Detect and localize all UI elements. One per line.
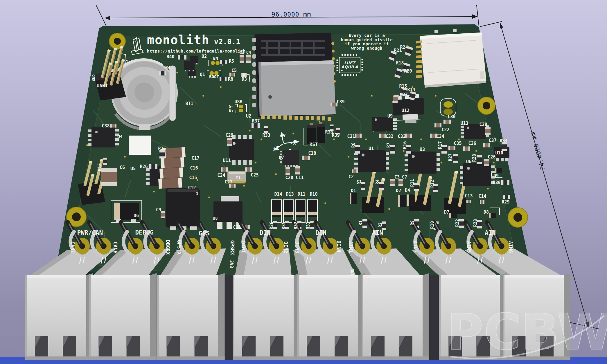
connector-housing xyxy=(233,273,300,360)
component-r xyxy=(361,182,365,190)
silkscreen-quote: Every car is a human-guided missile if y… xyxy=(341,33,393,50)
component-r xyxy=(159,150,165,158)
component-c xyxy=(379,134,386,138)
component-c xyxy=(485,127,491,135)
component-r xyxy=(362,219,367,228)
component-r xyxy=(220,60,227,64)
component-c xyxy=(430,134,437,138)
connector-housing xyxy=(439,273,507,360)
component-c xyxy=(285,167,290,175)
component-r xyxy=(252,123,260,128)
component-v xyxy=(272,200,281,217)
title-block: monolith v2.0.1 https://github.com/lufta… xyxy=(147,34,245,53)
component-c xyxy=(331,103,337,107)
connector-housing xyxy=(89,273,157,360)
component-r xyxy=(477,155,482,164)
esp32-module xyxy=(252,33,336,121)
diode-d6 xyxy=(114,203,139,222)
component-v xyxy=(296,200,305,217)
sd-card-socket xyxy=(416,29,486,88)
component-d xyxy=(350,193,357,204)
connector-housing xyxy=(25,273,93,360)
component-c xyxy=(443,120,451,124)
bottom-connectors xyxy=(25,222,570,360)
connector-housing xyxy=(503,273,570,360)
gold-pad xyxy=(443,109,453,115)
ic-u6 xyxy=(460,163,495,186)
component-d xyxy=(407,194,415,206)
component-c xyxy=(110,124,116,128)
quote-line: human-guided missile xyxy=(341,38,393,42)
component-d xyxy=(398,195,406,207)
mounting-hole xyxy=(478,97,495,114)
component-r xyxy=(414,183,419,191)
component-r xyxy=(178,55,186,60)
component-r xyxy=(379,182,384,190)
component-r xyxy=(149,164,157,169)
component-r xyxy=(477,220,482,228)
board-title: monolith xyxy=(147,34,209,46)
ic-u9 xyxy=(372,117,397,131)
component-r xyxy=(501,180,509,185)
component-c xyxy=(480,200,484,204)
component-c xyxy=(227,138,232,146)
component-L xyxy=(241,73,247,77)
component-c xyxy=(483,143,490,147)
component-d xyxy=(449,213,457,218)
component-d xyxy=(489,213,496,218)
gold-pad xyxy=(443,101,453,108)
component-c xyxy=(484,159,489,166)
component-c xyxy=(398,179,403,186)
component-c xyxy=(302,156,310,160)
ic-u13 xyxy=(461,124,489,139)
component-r xyxy=(330,125,334,131)
connector-housing xyxy=(362,273,429,360)
component-c xyxy=(229,73,235,77)
component-r xyxy=(220,77,227,81)
component-r xyxy=(285,221,289,229)
component-c xyxy=(246,55,251,63)
chip-art-line1: LUFT xyxy=(341,61,358,65)
component-r xyxy=(441,145,447,154)
component-r xyxy=(103,158,107,165)
board-version: v2.0.1 xyxy=(214,37,240,46)
component-c xyxy=(352,170,358,173)
component-c xyxy=(448,146,455,150)
component-r xyxy=(310,221,314,229)
component-c xyxy=(221,167,228,172)
connector-housing xyxy=(297,273,365,360)
mounting-hole xyxy=(508,208,528,227)
ic-u3 xyxy=(405,152,440,174)
chip-art-text: LUFT AQUILA xyxy=(341,61,358,69)
component-r xyxy=(406,145,411,154)
connector-housing xyxy=(157,273,225,360)
component-r xyxy=(433,184,438,192)
component-r xyxy=(503,195,510,199)
ic-u4 xyxy=(88,127,119,147)
pcb-3d-render-viewport[interactable]: TXGNDUARTR40R4Q2ENQ1BOOTR5C5R8D3C1C4BT1U… xyxy=(0,0,607,364)
ic-u1 xyxy=(354,150,389,172)
component-c xyxy=(466,200,471,203)
component-c xyxy=(295,166,300,174)
component-r xyxy=(273,221,277,229)
component-v xyxy=(308,200,317,217)
component-c xyxy=(405,134,412,138)
quote-line: Every car is a xyxy=(341,33,393,38)
component-r xyxy=(453,154,458,163)
component-c xyxy=(161,211,165,218)
component-r xyxy=(390,145,395,154)
component-c xyxy=(434,123,441,127)
component-r xyxy=(382,221,386,230)
component-r xyxy=(159,71,166,75)
component-c xyxy=(229,184,236,188)
dimension-width-label: 96.0000 mm xyxy=(272,11,311,18)
component-c xyxy=(355,134,362,138)
component-d xyxy=(495,168,502,173)
pcb-3d-scene xyxy=(0,0,607,364)
chip-art-line2: AQUILA xyxy=(341,65,358,69)
quote-line: if you operate it xyxy=(341,42,393,46)
component-r xyxy=(459,219,464,228)
quote-line: wrong enough xyxy=(341,46,393,51)
component-c xyxy=(240,55,244,63)
component-r xyxy=(336,128,340,134)
